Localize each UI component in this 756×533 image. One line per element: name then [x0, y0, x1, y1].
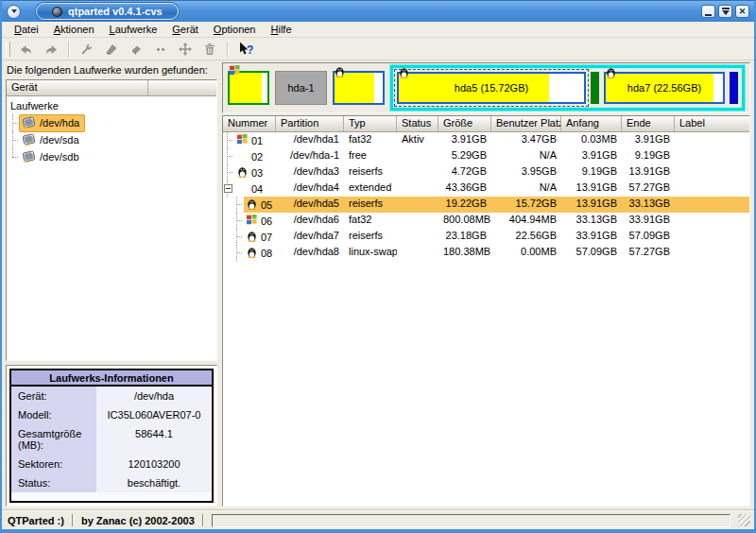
info-value: beschäftigt. — [96, 473, 212, 492]
column-header-status[interactable]: Status — [397, 116, 438, 131]
cell-label — [675, 148, 749, 164]
disk-drive-icon — [22, 150, 36, 164]
disk-segment-hda3[interactable] — [333, 71, 385, 105]
cell-ende: 33.91GB — [622, 213, 675, 229]
status-separator — [72, 514, 74, 526]
cell-status — [397, 245, 438, 261]
cell-anfang: 33.13GB — [561, 213, 622, 229]
window-title: qtparted v0.4.1-cvs — [68, 6, 163, 17]
cell-partition: /dev/hda4 — [276, 181, 344, 197]
device-item-dev-hda[interactable]: /dev/hda — [7, 114, 216, 131]
column-header-anfang[interactable]: Anfang — [561, 116, 622, 131]
info-label: Gerät: — [11, 387, 96, 405]
device-item-dev-sdb[interactable]: /dev/sdb — [7, 148, 216, 165]
chevron-down-icon — [11, 9, 17, 13]
close-button[interactable]: ✕ — [735, 5, 749, 18]
menu-item-hilfe[interactable]: Hilfe — [264, 23, 298, 36]
shade-button[interactable] — [718, 5, 732, 18]
cell-anfang: 3.91GB — [561, 148, 622, 164]
cell-benutzer-platz: 22.56GB — [491, 229, 561, 245]
column-header-gr-e[interactable]: Größe — [438, 116, 491, 131]
move-button[interactable] — [173, 39, 198, 59]
menu-item-geraet[interactable]: Gerät — [165, 23, 205, 36]
collapse-expander-icon[interactable] — [224, 184, 232, 193]
disk-segment-hda4-extended[interactable]: hda5 (15.72GB)hda7 (22.56GB) — [390, 65, 745, 111]
partition-row-dev-hda3[interactable]: 03/dev/hda3reiserfs4.72GB3.95GB9.19GB13.… — [223, 164, 749, 181]
menu-item-optionen[interactable]: Optionen — [207, 23, 263, 36]
cell-nummer: 02 — [223, 148, 276, 164]
cell-benutzer-platz: 404.94MB — [491, 213, 561, 229]
undo-icon — [19, 42, 34, 57]
disk-segment-hda5[interactable]: hda5 (15.72GB) — [397, 72, 586, 104]
cell-label — [675, 197, 749, 213]
window-controls: ✕ — [701, 5, 749, 18]
redo-button[interactable] — [39, 39, 63, 59]
column-header-partition[interactable]: Partition — [276, 116, 344, 131]
cell-ende: 9.19GB — [622, 148, 675, 164]
column-header-geraet[interactable]: Gerät — [7, 80, 148, 95]
partition-row-dev-hda8[interactable]: 08/dev/hda8linux-swap180.38MB0.00MB57.09… — [223, 245, 749, 261]
cell-status — [397, 213, 438, 229]
delete-button[interactable] — [124, 39, 148, 59]
disk-segment-hda-1[interactable]: hda-1 — [275, 71, 327, 105]
os-tux-icon — [335, 68, 345, 79]
window-menu-button[interactable] — [7, 5, 21, 19]
cell-anfang: 13.91GB — [561, 197, 622, 213]
device-entry: /dev/sdb — [19, 148, 85, 166]
partition-row-dev-hda1[interactable]: 01/dev/hda1fat32Aktiv3.91GB3.47GB0.03MB3… — [223, 132, 749, 148]
disk-drive-icon — [22, 116, 36, 130]
whats-this-button[interactable]: ? — [233, 39, 258, 59]
tree-gutter — [223, 132, 234, 148]
partition-number: 08 — [261, 248, 272, 259]
cell-status — [397, 229, 438, 245]
qtparted-window: qtparted v0.4.1-cvs ✕ DateiAktionenLaufw… — [0, 0, 756, 533]
info-row: Status:beschäftigt. — [11, 473, 212, 492]
undoall-button[interactable] — [198, 39, 222, 59]
tree-gutter — [223, 213, 244, 229]
titlebar[interactable]: qtparted v0.4.1-cvs ✕ — [2, 0, 754, 22]
partition-number: 06 — [261, 215, 272, 227]
cell-benutzer-platz: 15.72GB — [491, 197, 561, 213]
device-entry: /dev/hda — [19, 114, 85, 132]
partition-row-dev-hda5[interactable]: 05/dev/hda5reiserfs19.22GB15.72GB13.91GB… — [223, 197, 749, 213]
column-header-typ[interactable]: Typ — [344, 116, 397, 131]
resize-button[interactable] — [148, 39, 173, 59]
menu-item-laufwerke[interactable]: Laufwerke — [103, 23, 164, 36]
disk-bar: hda-1hda5 (15.72GB)hda7 (22.56GB) — [222, 62, 750, 113]
property-button[interactable] — [75, 39, 99, 59]
partition-row-dev-hda6[interactable]: 06/dev/hda6fat32800.08MB404.94MB33.13GB3… — [223, 213, 749, 229]
partition-number: 01 — [251, 135, 263, 146]
column-header-label[interactable]: Label — [675, 116, 749, 131]
partition-table-body: 01/dev/hda1fat32Aktiv3.91GB3.47GB0.03MB3… — [223, 132, 749, 261]
disk-segment-hda6[interactable] — [591, 72, 599, 104]
cell-benutzer-platz: 0.00MB — [491, 245, 561, 261]
partition-row-dev-hda-1[interactable]: 02/dev/hda-1free5.29GBN/A3.91GB9.19GB — [223, 148, 749, 164]
cell-status: Aktiv — [397, 132, 438, 148]
toolbar-separator — [227, 42, 229, 57]
menu-item-aktionen[interactable]: Aktionen — [47, 23, 101, 36]
column-header-ende[interactable]: Ende — [622, 116, 675, 131]
minimize-button[interactable] — [701, 5, 715, 18]
toolbar-handle[interactable] — [6, 42, 10, 57]
partition-row-dev-hda7[interactable]: 07/dev/hda7reiserfs23.18GB22.56GB33.91GB… — [223, 229, 749, 245]
toolbar: ? — [2, 38, 754, 60]
column-header-benutzer-platz[interactable]: Benutzer Platz — [491, 116, 561, 131]
tree-root[interactable]: Laufwerke — [7, 97, 216, 114]
free-space-label: hda-1 — [287, 82, 314, 94]
cell-benutzer-platz: N/A — [491, 181, 561, 197]
cell-nummer: 08 — [223, 245, 276, 261]
disk-segment-hda8[interactable] — [730, 72, 738, 104]
undo-button[interactable] — [14, 39, 39, 59]
column-header-nummer[interactable]: Nummer — [223, 116, 276, 131]
resize-grip[interactable] — [738, 514, 750, 526]
cell-ende: 33.13GB — [622, 197, 675, 213]
menu-item-datei[interactable]: Datei — [8, 23, 45, 36]
format-button[interactable] — [99, 39, 124, 59]
cell-partition: /dev/hda1 — [276, 132, 344, 148]
device-item-dev-sda[interactable]: /dev/sda — [7, 131, 216, 148]
disk-segment-hda7[interactable]: hda7 (22.56GB) — [604, 72, 725, 104]
partition-row-dev-hda4[interactable]: 04/dev/hda4extended43.36GBN/A13.91GB57.2… — [223, 181, 749, 197]
cell-ende: 57.27GB — [622, 245, 675, 261]
cell-label — [675, 181, 749, 197]
disk-segment-hda1[interactable] — [228, 71, 269, 105]
